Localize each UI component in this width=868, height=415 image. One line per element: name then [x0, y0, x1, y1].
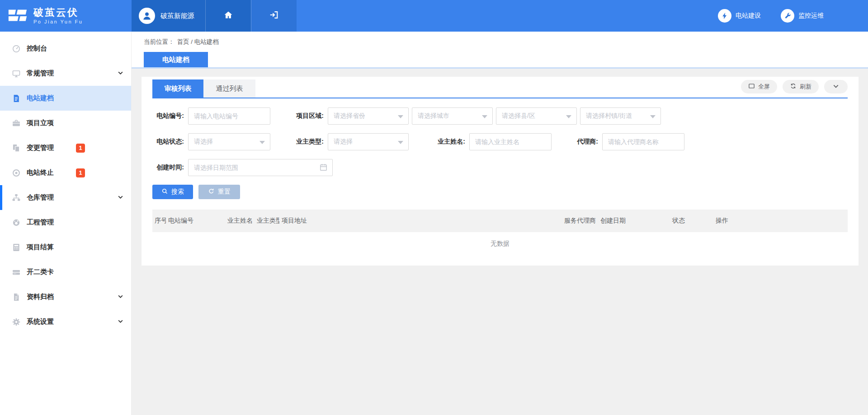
results-table: 序号 电站编号 业主姓名 业主类型 项目地址 服务代理商 创建日期 状态 操作	[152, 210, 848, 232]
logo-subtitle: Po Jian Yun Fu	[33, 19, 83, 24]
sidebar-item-label: 项目结算	[27, 243, 54, 252]
logo-text: 破茧云伏 Po Jian Yun Fu	[33, 7, 83, 24]
filter-row-3: 创建时间:	[152, 159, 848, 176]
notification-badge: 1	[76, 168, 85, 177]
reset-icon	[208, 188, 215, 196]
region-label: 项目区域:	[292, 112, 324, 120]
fullscreen-label: 全屏	[758, 83, 770, 91]
record-circle-icon	[12, 168, 21, 177]
nav-station-build[interactable]: 电站建设	[718, 9, 761, 23]
sidebar-item-type2-card[interactable]: 开二类卡	[0, 260, 131, 284]
logo-icon	[7, 7, 28, 25]
breadcrumb-path[interactable]: 首页 / 电站建档	[177, 38, 219, 46]
sidebar-item-station-filing[interactable]: 电站建档	[0, 86, 131, 111]
sidebar-item-label: 系统设置	[27, 317, 54, 326]
sidebar-item-label: 电站建档	[27, 94, 54, 103]
town-select[interactable]: 请选择村镇/街道	[580, 107, 661, 125]
owner-name-input[interactable]	[469, 133, 552, 150]
copy-pages-icon	[12, 144, 21, 153]
refresh-label: 刷新	[800, 83, 811, 91]
panel-tabs: 审核列表 通过列表 全屏	[152, 79, 848, 98]
fullscreen-button[interactable]: 全屏	[741, 80, 777, 93]
sign-in-icon	[269, 10, 279, 22]
station-status-select[interactable]: 请选择	[188, 133, 270, 150]
date-range-picker	[188, 159, 333, 176]
sidebar-item-data-archive[interactable]: 资料归档	[0, 284, 131, 309]
lightning-icon	[718, 9, 731, 23]
sidebar-item-system-settings[interactable]: 系统设置	[0, 309, 131, 334]
chevron-down-icon	[118, 318, 123, 326]
sidebar-item-project-approval[interactable]: 项目立项	[0, 111, 131, 135]
calendar-icon[interactable]	[319, 163, 328, 173]
home-button[interactable]	[205, 0, 251, 32]
chevron-down-icon	[833, 83, 839, 91]
agent-input[interactable]	[602, 133, 684, 150]
card-icon	[12, 268, 21, 277]
chevron-down-icon	[118, 194, 123, 202]
search-label: 搜索	[171, 188, 184, 196]
reset-button[interactable]: 重置	[198, 185, 240, 199]
sidebar-item-change-mgmt[interactable]: 变更管理 1	[0, 135, 131, 160]
content-region: 审核列表 通过列表 全屏	[132, 69, 868, 415]
filter-row-1: 电站编号: 项目区域: 请选择省份 请选择城市 请选择县/区 请选择村镇/街道	[152, 107, 848, 125]
column-created-date: 创建日期	[598, 210, 670, 232]
column-owner-name: 业主姓名	[225, 210, 255, 232]
column-status: 状态	[670, 210, 713, 232]
sidebar-item-engineering-mgmt[interactable]: 工程管理	[0, 210, 131, 235]
header-right-nav: 电站建设 监控运维	[718, 0, 868, 32]
home-icon	[223, 10, 233, 22]
owner-type-label: 业主类型:	[292, 138, 324, 146]
page-tab-station-filing[interactable]: 电站建档	[144, 52, 208, 67]
nav-station-build-label: 电站建设	[736, 12, 761, 20]
sidebar-item-warehouse-mgmt[interactable]: 仓库管理	[0, 185, 131, 210]
user-avatar-icon	[139, 8, 155, 24]
table-header-row: 序号 电站编号 业主姓名 业主类型 项目地址 服务代理商 创建日期 状态 操作	[152, 210, 848, 232]
tab-review-list[interactable]: 审核列表	[152, 79, 203, 98]
sign-in-button[interactable]	[251, 0, 297, 32]
fullscreen-icon	[748, 83, 755, 91]
empty-state: 无数据	[152, 232, 848, 261]
page-tab-row: 电站建档	[132, 52, 868, 67]
dashboard-icon	[12, 44, 21, 53]
sidebar-item-label: 常规管理	[27, 69, 54, 78]
owner-type-select[interactable]: 请选择	[328, 133, 409, 150]
search-icon	[161, 188, 168, 196]
panel-toolbar: 全屏 刷新	[741, 80, 848, 97]
station-status-label: 电站状态:	[152, 138, 184, 146]
filter-row-2: 电站状态: 请选择 业主类型: 请选择 业主姓名: 代理商:	[152, 133, 848, 150]
file-text-icon	[12, 293, 21, 302]
sidebar-item-general-mgmt[interactable]: 常规管理	[0, 61, 131, 86]
date-range-input[interactable]	[188, 159, 333, 176]
nav-monitor-ops[interactable]: 监控运维	[781, 9, 824, 23]
column-owner-type: 业主类型	[255, 210, 279, 232]
city-select[interactable]: 请选择城市	[412, 107, 493, 125]
province-select[interactable]: 请选择省份	[328, 107, 409, 125]
sidebar-item-label: 工程管理	[27, 218, 54, 227]
tab-passed-list[interactable]: 通过列表	[203, 79, 255, 98]
created-time-label: 创建时间:	[152, 163, 184, 172]
collapse-button[interactable]	[824, 80, 848, 93]
breadcrumb-prefix: 当前位置：	[144, 38, 175, 46]
refresh-button[interactable]: 刷新	[783, 80, 819, 93]
breadcrumb: 当前位置： 首页 / 电站建档	[132, 32, 868, 52]
sidebar-item-label: 控制台	[27, 44, 47, 53]
sidebar-item-station-termination[interactable]: 电站终止 1	[0, 160, 131, 185]
main-area: 当前位置： 首页 / 电站建档 电站建档 审核列表 通过列表	[132, 32, 868, 415]
sidebar: 控制台 常规管理	[0, 32, 132, 415]
user-menu[interactable]: 破茧新能源	[132, 0, 205, 32]
county-select[interactable]: 请选择县/区	[496, 107, 577, 125]
agent-label: 代理商:	[573, 138, 598, 146]
chevron-down-icon	[118, 70, 123, 78]
sidebar-item-project-settlement[interactable]: 项目结算	[0, 235, 131, 260]
notification-badge: 1	[76, 144, 85, 153]
sidebar-item-label: 变更管理	[27, 144, 54, 152]
wrench-icon	[781, 9, 794, 23]
active-indicator	[0, 185, 2, 210]
station-no-input[interactable]	[188, 107, 270, 125]
search-button[interactable]: 搜索	[152, 185, 193, 199]
nav-monitor-ops-label: 监控运维	[798, 12, 824, 20]
sidebar-item-console[interactable]: 控制台	[0, 36, 131, 61]
filter-form: 电站编号: 项目区域: 请选择省份 请选择城市 请选择县/区 请选择村镇/街道 …	[152, 98, 848, 176]
refresh-icon	[790, 83, 797, 91]
gear-icon	[12, 317, 21, 326]
